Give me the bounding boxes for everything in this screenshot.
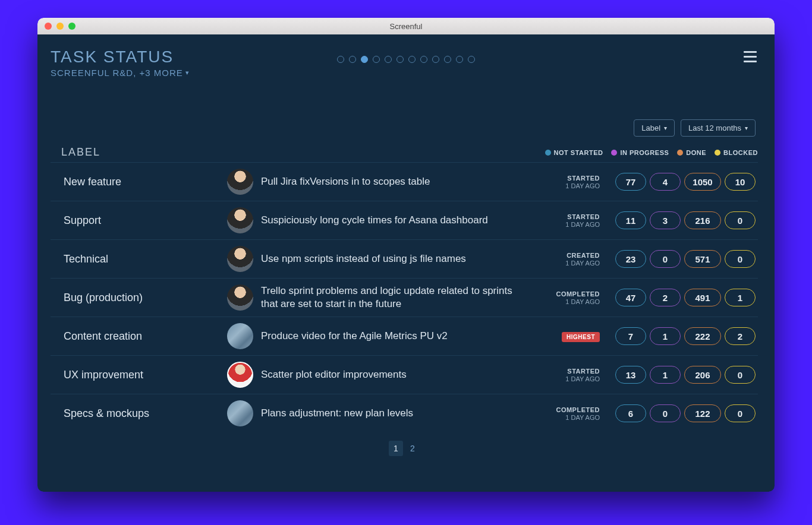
count-blocked[interactable]: 1 [725,289,756,306]
scope-filter-text: SCREENFUL R&D, +3 MORE [51,68,183,78]
legend-done: DONE [677,149,706,156]
count-blocked[interactable]: 0 [725,366,756,384]
count-done[interactable]: 571 [684,250,721,268]
task-title: Scatter plot editor improvements [261,368,528,381]
count-done[interactable]: 222 [684,327,721,345]
scope-filter[interactable]: SCREENFUL R&D, +3 MORE ▾ [51,68,190,78]
pager-dot[interactable] [468,56,475,63]
count-not-started[interactable]: 6 [615,404,646,422]
dot-icon [611,150,617,156]
count-in-progress[interactable]: 3 [650,211,681,229]
count-badges: 601220 [607,404,756,422]
count-in-progress[interactable]: 1 [650,366,681,384]
count-blocked[interactable]: 10 [725,173,756,191]
avatar[interactable] [227,284,253,311]
avatar-cell [223,246,257,272]
task-status: STARTED1 DAY AGO [532,213,603,228]
task-status: STARTED1 DAY AGO [532,368,603,382]
pager-dot[interactable] [420,56,427,63]
pager-dot[interactable] [385,56,392,63]
task-row[interactable]: New featurePull Jira fixVersions in to s… [51,162,758,201]
status-sub: 1 DAY AGO [532,298,600,305]
label-dropdown[interactable]: Label ▾ [634,119,675,137]
status-sub: 1 DAY AGO [532,375,600,382]
count-done[interactable]: 1050 [684,173,721,191]
column-header-label: LABEL [61,146,545,159]
avatar-cell [223,169,257,195]
menu-button[interactable] [742,48,758,66]
pager-dot[interactable] [396,56,404,63]
legend-not-started: NOT STARTED [545,149,603,156]
count-not-started[interactable]: 7 [615,327,646,345]
task-row[interactable]: TechnicalUse npm scripts instead of usin… [51,239,758,278]
status-sub: 1 DAY AGO [532,221,600,228]
page-button[interactable]: 1 [389,441,403,456]
count-in-progress[interactable]: 1 [650,327,681,345]
avatar[interactable] [227,246,253,272]
task-row[interactable]: Bug (production)Trello sprint problems a… [51,278,758,317]
count-badges: 1132160 [607,211,756,229]
pager-dot[interactable] [337,56,344,63]
dot-icon [715,150,720,156]
count-blocked[interactable]: 0 [725,211,756,229]
task-row[interactable]: Specs & mockupsPlans adjustment: new pla… [51,394,758,432]
page-button[interactable]: 2 [405,441,420,456]
pager-dot[interactable] [349,56,356,63]
avatar[interactable] [227,362,253,388]
count-not-started[interactable]: 47 [615,289,646,306]
timerange-dropdown-text: Last 12 months [688,124,741,132]
status-sub: 1 DAY AGO [532,414,600,421]
label-dropdown-text: Label [641,124,660,132]
dot-icon [677,150,683,156]
status-main: CREATED [532,252,600,259]
pager-dot[interactable] [432,56,439,63]
pager-dot[interactable] [361,56,368,63]
count-in-progress[interactable]: 0 [650,404,681,422]
count-done[interactable]: 216 [684,211,721,229]
pager-dot[interactable] [456,56,463,63]
legend-in-progress: IN PROGRESS [611,149,669,156]
priority-badge: HIGHEST [562,332,600,342]
task-label: Support [53,214,219,227]
count-in-progress[interactable]: 0 [650,250,681,268]
task-row[interactable]: SupportSuspiciously long cycle times for… [51,201,758,239]
avatar[interactable] [227,207,253,233]
task-label: Content creation [53,330,219,343]
chevron-down-icon: ▾ [664,125,667,131]
avatar[interactable] [227,323,253,349]
status-sub: 1 DAY AGO [532,182,600,189]
count-not-started[interactable]: 77 [615,173,646,191]
count-badges: 712222 [607,327,756,345]
task-status: COMPLETED1 DAY AGO [532,406,603,421]
pager-dot[interactable] [373,56,380,63]
count-blocked[interactable]: 0 [725,250,756,268]
avatar-cell [223,323,257,349]
count-done[interactable]: 206 [684,366,721,384]
count-in-progress[interactable]: 2 [650,289,681,306]
count-badges: 2305710 [607,250,756,268]
count-in-progress[interactable]: 4 [650,173,681,191]
dot-icon [545,150,551,156]
count-badges: 4724911 [607,289,756,306]
count-not-started[interactable]: 13 [615,366,646,384]
timerange-dropdown[interactable]: Last 12 months ▾ [681,119,756,137]
status-legend: NOT STARTED IN PROGRESS DONE BLOCKED [545,149,758,156]
pager-dot[interactable] [408,56,416,63]
pager-dot[interactable] [444,56,451,63]
count-badges: 774105010 [607,173,756,191]
count-done[interactable]: 491 [684,289,721,306]
count-blocked[interactable]: 0 [725,404,756,422]
task-status: HIGHEST [532,331,603,342]
task-row[interactable]: Content creationProduce video for the Ag… [51,317,758,355]
count-not-started[interactable]: 23 [615,250,646,268]
count-not-started[interactable]: 11 [615,211,646,229]
avatar[interactable] [227,400,253,426]
legend-blocked: BLOCKED [715,149,758,156]
task-label: Bug (production) [53,292,219,304]
avatar[interactable] [227,169,253,195]
task-row[interactable]: UX improvementScatter plot editor improv… [51,355,758,394]
count-blocked[interactable]: 2 [725,327,756,345]
task-label: Specs & mockups [53,407,219,420]
table-header-row: LABEL NOT STARTED IN PROGRESS DONE BLOCK… [51,146,758,159]
count-done[interactable]: 122 [684,404,721,422]
